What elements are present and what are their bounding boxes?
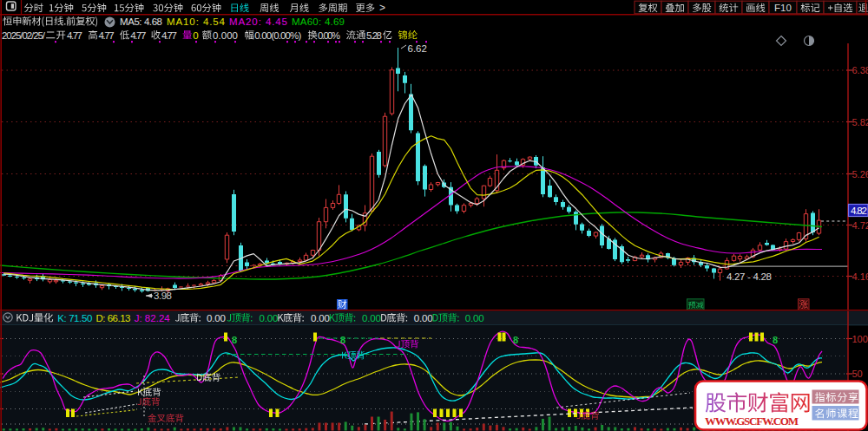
- svg-text:WWW.GSCFW.COM: WWW.GSCFW.COM: [705, 415, 799, 428]
- svg-text:4.27 - 4.28: 4.27 - 4.28: [727, 271, 772, 282]
- svg-text:0.00: 0.00: [260, 313, 279, 323]
- svg-text:8: 8: [513, 335, 518, 345]
- svg-text:4.82: 4.82: [851, 206, 867, 216]
- svg-text:0.00: 0.00: [465, 313, 484, 323]
- svg-text:2025/02/25/: 2025/02/25/: [2, 30, 46, 41]
- svg-text:4.16: 4.16: [852, 271, 868, 282]
- svg-text:4.77: 4.77: [161, 30, 177, 41]
- svg-text:3.98: 3.98: [154, 291, 172, 301]
- svg-text:MA20: 4.45: MA20: 4.45: [229, 16, 287, 27]
- svg-text:K: 71.50: K: 71.50: [57, 313, 92, 323]
- svg-text:MA10: 4.54: MA10: 4.54: [167, 16, 226, 27]
- svg-text:5.26: 5.26: [852, 169, 868, 180]
- svg-text:MA60: 4.69: MA60: 4.69: [292, 16, 345, 27]
- svg-text:100: 100: [852, 334, 868, 344]
- svg-text:50: 50: [852, 369, 863, 379]
- svg-text:4.77: 4.77: [99, 30, 115, 41]
- svg-text:5.82: 5.82: [852, 117, 868, 127]
- svg-text:4.77: 4.77: [67, 30, 82, 41]
- svg-text:D: 66.13: D: 66.13: [96, 313, 131, 323]
- svg-text:8: 8: [232, 335, 237, 345]
- svg-text:0.00(0.00%): 0.00(0.00%): [254, 30, 301, 41]
- svg-text:>: >: [379, 2, 385, 14]
- svg-text:6.38: 6.38: [852, 65, 868, 75]
- svg-text:5.28: 5.28: [366, 30, 382, 41]
- svg-text:4.77: 4.77: [130, 30, 146, 41]
- svg-text:0.00: 0.00: [362, 313, 381, 323]
- svg-text:0.000: 0.000: [213, 30, 238, 41]
- svg-text:4.72: 4.72: [852, 220, 868, 231]
- svg-text:MA5: 4.68: MA5: 4.68: [120, 16, 162, 27]
- svg-text:0: 0: [193, 30, 198, 41]
- svg-text:F10: F10: [774, 3, 792, 13]
- svg-text:0.00: 0.00: [207, 313, 226, 323]
- svg-text:0.00: 0.00: [414, 313, 433, 323]
- svg-text:0.00%: 0.00%: [318, 30, 340, 41]
- svg-text:8: 8: [773, 335, 778, 345]
- svg-text:6.62: 6.62: [408, 43, 427, 54]
- svg-text:8: 8: [340, 335, 345, 345]
- svg-text:0.00: 0.00: [311, 313, 330, 323]
- svg-text:J: 82.24: J: 82.24: [135, 313, 171, 323]
